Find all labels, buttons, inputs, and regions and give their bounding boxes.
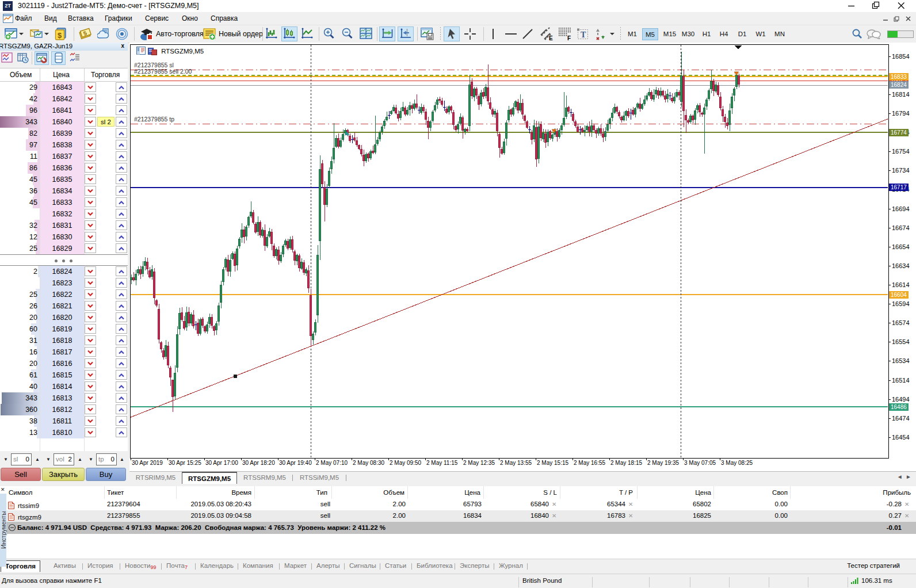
svg-text:16574: 16574 <box>892 319 910 326</box>
svg-text:30 Apr 18:20: 30 Apr 18:20 <box>242 460 275 466</box>
svg-text:16486: 16486 <box>891 404 907 410</box>
svg-text:16614: 16614 <box>892 281 910 288</box>
svg-text:16594: 16594 <box>892 300 910 307</box>
svg-text:16694: 16694 <box>892 205 910 212</box>
svg-text:E: E <box>549 35 553 41</box>
svg-text:30 Apr 2019: 30 Apr 2019 <box>132 460 163 466</box>
svg-text:2 May 18:15: 2 May 18:15 <box>610 460 642 466</box>
svg-text:16634: 16634 <box>892 262 910 269</box>
svg-text:3 May 08:25: 3 May 08:25 <box>721 460 753 466</box>
svg-text:#212379855 sell 2.00: #212379855 sell 2.00 <box>134 68 192 75</box>
svg-text:2 May 07:10: 2 May 07:10 <box>316 460 348 466</box>
svg-text:2 May 16:55: 2 May 16:55 <box>574 460 605 466</box>
svg-text:3 May 07:05: 3 May 07:05 <box>684 460 716 466</box>
svg-text:16514: 16514 <box>892 377 910 384</box>
svg-text:16474: 16474 <box>892 415 910 422</box>
svg-text:30 Apr 19:40: 30 Apr 19:40 <box>279 460 312 466</box>
svg-text:F: F <box>567 35 571 41</box>
svg-text:2 May 15:15: 2 May 15:15 <box>537 460 568 466</box>
svg-text:16734: 16734 <box>892 167 910 174</box>
svg-text:16554: 16554 <box>892 338 910 345</box>
svg-text:16534: 16534 <box>892 357 910 364</box>
svg-text:T: T <box>581 30 586 39</box>
svg-text:2 May 13:55: 2 May 13:55 <box>500 460 532 466</box>
svg-text:16814: 16814 <box>892 91 910 98</box>
svg-text:30 Apr 17:00: 30 Apr 17:00 <box>205 460 238 466</box>
svg-text:2 May 08:30: 2 May 08:30 <box>353 460 384 466</box>
svg-text:2 May 11:15: 2 May 11:15 <box>426 460 458 466</box>
svg-text:16454: 16454 <box>892 434 910 441</box>
svg-text:16754: 16754 <box>892 148 910 155</box>
svg-text:30 Apr 15:25: 30 Apr 15:25 <box>169 460 201 466</box>
svg-text:#212379855 tp: #212379855 tp <box>134 116 174 123</box>
svg-text:16774: 16774 <box>891 129 907 136</box>
svg-text:16654: 16654 <box>892 243 910 250</box>
svg-text:16674: 16674 <box>892 224 910 231</box>
svg-text:2 May 09:50: 2 May 09:50 <box>390 460 421 466</box>
svg-text:16717: 16717 <box>891 184 907 190</box>
svg-text:16494: 16494 <box>892 396 910 403</box>
svg-text:16824: 16824 <box>891 82 907 88</box>
svg-text:16604: 16604 <box>891 292 907 298</box>
svg-text:$: $ <box>58 31 62 40</box>
svg-text:16854: 16854 <box>892 53 910 60</box>
svg-text:16833: 16833 <box>891 74 907 80</box>
svg-text:2 May 19:35: 2 May 19:35 <box>647 460 679 466</box>
svg-text:2 May 12:35: 2 May 12:35 <box>463 460 495 466</box>
svg-text:16794: 16794 <box>892 110 910 117</box>
